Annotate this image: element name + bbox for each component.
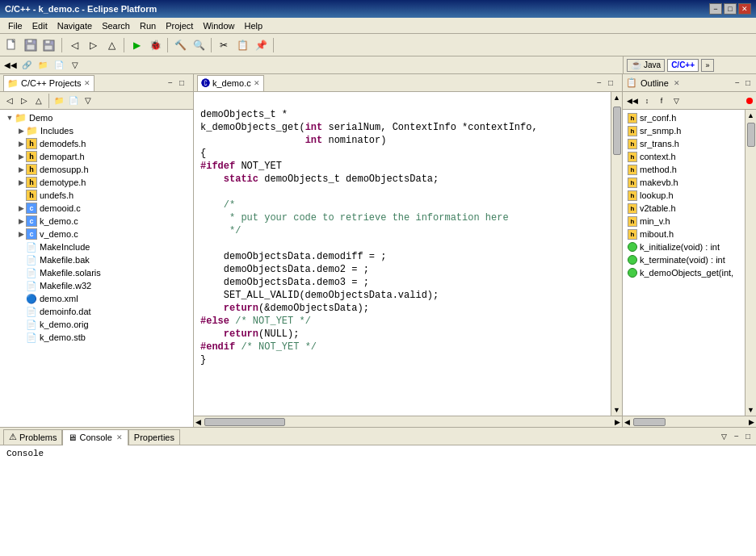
scroll-down-arrow[interactable]: ▼ (611, 404, 622, 416)
scroll-thumb[interactable] (613, 107, 621, 155)
outline-view-menu-button[interactable]: ▽ (670, 94, 682, 107)
cut-button[interactable]: ✂ (215, 36, 233, 54)
maximize-bottom-button[interactable]: □ (743, 431, 753, 441)
tree-expand-icon[interactable]: ▶ (16, 165, 26, 173)
search-button[interactable]: 🔍 (190, 36, 208, 54)
maximize-button[interactable]: □ (724, 3, 737, 15)
forward-button[interactable]: ▷ (84, 36, 102, 54)
tree-item[interactable]: 📄Makefile.solaris (2, 266, 191, 279)
outline-scroll-left[interactable]: ◀ (623, 416, 632, 428)
save-button[interactable] (22, 36, 40, 54)
outline-item[interactable]: hmethod.h (624, 163, 743, 176)
nav-back-button[interactable]: ◁ (3, 94, 16, 107)
build-button[interactable]: 🔨 (171, 36, 189, 54)
tree-item[interactable]: ▶ck_demo.c (2, 215, 191, 228)
console-tab[interactable]: 🖥 Console ✕ (62, 429, 128, 445)
nav-forward-button[interactable]: ▷ (18, 94, 31, 107)
new-button[interactable] (3, 36, 21, 54)
outline-item[interactable]: hsr_conf.h (624, 111, 743, 124)
scroll-right-arrow[interactable]: ▶ (613, 416, 622, 428)
tree-item[interactable]: ▶cv_demo.c (2, 228, 191, 240)
run-button[interactable]: ▶ (128, 36, 145, 54)
scroll-left-arrow[interactable]: ◀ (194, 416, 203, 428)
tree-expand-icon[interactable]: ▶ (16, 204, 26, 212)
close-left-panel-button[interactable]: ✕ (84, 79, 90, 87)
sort-outline-button[interactable]: ↕ (640, 94, 653, 107)
close-button[interactable]: ✕ (738, 3, 751, 15)
outline-scroll-thumb[interactable] (747, 123, 755, 147)
up-button[interactable]: △ (103, 36, 120, 54)
menu-help[interactable]: Help (240, 19, 268, 32)
tree-item[interactable]: ▶hdemopart.h (2, 150, 191, 163)
back-button[interactable]: ◁ (65, 36, 83, 54)
open-perspective-button[interactable]: » (701, 59, 714, 72)
tree-item[interactable]: 📄MakeInclude (2, 240, 191, 253)
tree-expand-icon[interactable]: ▶ (16, 230, 26, 238)
problems-tab[interactable]: ⚠ Problems (3, 429, 62, 445)
outline-item[interactable]: hv2table.h (624, 202, 743, 215)
outline-scroll-right[interactable]: ▶ (747, 416, 756, 428)
outline-item[interactable]: hmin_v.h (624, 215, 743, 228)
minimize-left-panel-button[interactable]: − (166, 77, 175, 88)
tree-expand-icon[interactable]: ▶ (16, 153, 26, 161)
outline-scrollbar-h[interactable]: ◀ ▶ (623, 416, 756, 427)
outline-scrollbar[interactable]: ▲ ▼ (745, 110, 756, 416)
nav-new-folder-btn[interactable]: 📁 (52, 94, 65, 107)
paste-button[interactable]: 📌 (252, 36, 270, 54)
link-with-editor-button[interactable]: 🔗 (19, 58, 34, 73)
tree-item[interactable]: ▶hdemotype.h (2, 176, 191, 189)
tree-item[interactable]: ▼📁Demo (2, 111, 191, 124)
code-scrollbar-horizontal[interactable]: ◀ ▶ (194, 416, 622, 427)
hide-fields-button[interactable]: f (655, 94, 668, 107)
outline-item[interactable]: hcontext.h (624, 150, 743, 163)
outline-item[interactable]: hlookup.h (624, 189, 743, 202)
tree-expand-icon[interactable]: ▼ (5, 114, 15, 122)
menu-run[interactable]: Run (135, 19, 161, 32)
code-editor-tab[interactable]: 🅒 k_demo.c ✕ (197, 75, 264, 91)
tree-item[interactable]: 📄demoinfo.dat (2, 305, 191, 318)
menu-window[interactable]: Window (198, 19, 239, 32)
outline-item[interactable]: k_terminate(void) : int (624, 253, 743, 266)
tree-expand-icon[interactable]: ▶ (16, 178, 26, 186)
cpp-perspective-button[interactable]: C/C++ (667, 59, 699, 72)
tree-item[interactable]: ▶hdemodefs.h (2, 137, 191, 150)
tree-item[interactable]: 📄Makefile.w32 (2, 279, 191, 292)
console-area[interactable]: Console (0, 445, 756, 556)
menu-edit[interactable]: Edit (27, 19, 52, 32)
tree-expand-icon[interactable]: ▶ (16, 140, 26, 148)
tree-item[interactable]: ▶📁Includes (2, 124, 191, 137)
nav-new-file-btn[interactable]: 📄 (67, 94, 80, 107)
nav-up-btn[interactable]: △ (32, 94, 45, 107)
properties-tab[interactable]: Properties (128, 429, 180, 445)
minimize-right-button[interactable]: − (733, 77, 742, 88)
collapse-outline-button[interactable]: ◀◀ (626, 94, 639, 107)
outline-h-thumb[interactable] (633, 418, 666, 426)
outline-item[interactable]: hmibout.h (624, 228, 743, 240)
tree-item[interactable]: ▶hdemosupp.h (2, 163, 191, 176)
code-scrollbar-vertical[interactable]: ▲ ▼ (611, 92, 622, 416)
tree-item[interactable]: 🔵demo.xml (2, 292, 191, 305)
new-file-button[interactable]: 📄 (52, 58, 66, 73)
menu-project[interactable]: Project (161, 19, 198, 32)
menu-file[interactable]: File (3, 19, 27, 32)
minimize-button[interactable]: − (709, 3, 722, 15)
outline-scroll-up[interactable]: ▲ (746, 110, 756, 121)
cpp-projects-tab[interactable]: 📁 C/C++ Projects ✕ (3, 75, 94, 91)
tree-item[interactable]: hundefs.h (2, 189, 191, 202)
maximize-right-button[interactable]: □ (743, 77, 753, 88)
minimize-center-button[interactable]: − (594, 77, 604, 88)
outline-item[interactable]: hmakevb.h (624, 176, 743, 189)
h-scroll-thumb[interactable] (204, 418, 285, 426)
tree-item[interactable]: 📄Makefile.bak (2, 253, 191, 266)
outline-item[interactable]: hsr_snmp.h (624, 124, 743, 137)
view-menu-button[interactable]: ▽ (68, 58, 82, 73)
java-perspective-button[interactable]: ☕ Java (627, 59, 665, 72)
tree-item[interactable]: ▶cdemooid.c (2, 202, 191, 215)
scroll-up-arrow[interactable]: ▲ (611, 92, 622, 103)
save-all-button[interactable] (40, 36, 58, 54)
new-folder-button[interactable]: 📁 (36, 58, 50, 73)
debug-button[interactable]: 🐞 (146, 36, 164, 54)
minimize-bottom-button[interactable]: − (732, 431, 741, 441)
tree-item[interactable]: 📄k_demo.orig (2, 318, 191, 331)
collapse-all-button[interactable]: ◀◀ (3, 58, 18, 73)
